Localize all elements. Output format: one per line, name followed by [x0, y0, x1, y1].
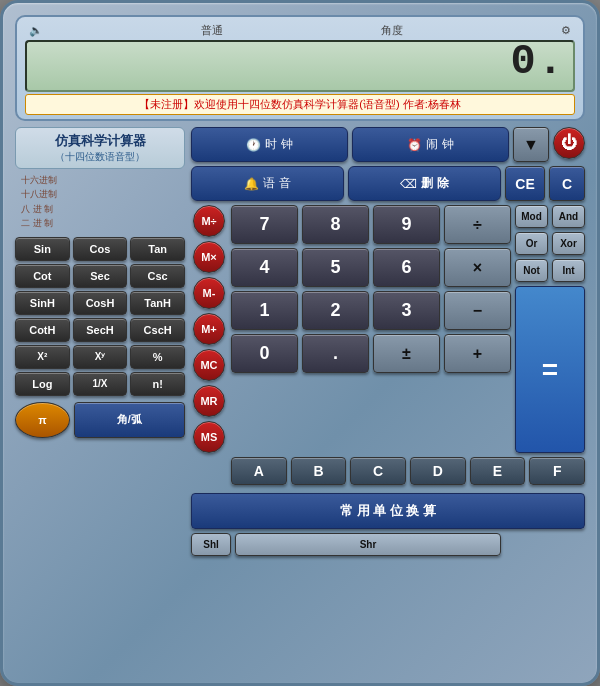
mode-oct: 八 进 制 [21, 202, 185, 216]
plusminus-button[interactable]: ± [373, 334, 440, 373]
calc-title-main: 仿真科学计算器 [22, 132, 178, 150]
div-button[interactable]: ÷ [444, 205, 511, 244]
voice-label: 语 音 [263, 175, 290, 192]
ms-button[interactable]: MS [193, 421, 225, 453]
mode-indicator: 十六进制 十八进制 八 进 制 二 进 制 [15, 173, 185, 231]
m-div-button[interactable]: M÷ [193, 205, 225, 237]
n0-button[interactable]: 0 [231, 334, 298, 373]
hex-c-button[interactable]: C [350, 457, 406, 485]
clock-button[interactable]: 🕐 时 钟 [191, 127, 348, 162]
mode-hex: 十六进制 [21, 173, 185, 187]
minus-button[interactable]: − [444, 291, 511, 330]
not-button[interactable]: Not [515, 259, 548, 282]
hex-e-button[interactable]: E [470, 457, 526, 485]
ce-button[interactable]: CE [505, 166, 545, 201]
display-panel: 🔈 普通 角度 ⚙ 0. 【未注册】欢迎使用十四位数仿真科学计算器(语音型) 作… [15, 15, 585, 121]
percent-button[interactable]: % [130, 345, 185, 369]
backspace-icon: ⌫ [400, 177, 417, 191]
bell-icon: 🔔 [244, 177, 259, 191]
mode-bin: 二 进 制 [21, 216, 185, 230]
n6-button[interactable]: 6 [373, 248, 440, 287]
n5-button[interactable]: 5 [302, 248, 369, 287]
mc-button[interactable]: MC [193, 349, 225, 381]
mode-label: 普通 [201, 23, 223, 38]
alarm-label: 闹 钟 [426, 136, 453, 153]
display-top-bar: 🔈 普通 角度 ⚙ [25, 23, 575, 38]
sci-buttons: Sin Cos Tan Cot Sec Csc SinH CosH TanH C… [15, 237, 185, 396]
x2-button[interactable]: X² [15, 345, 70, 369]
display-screen: 0. [25, 40, 575, 92]
angle-label: 角度 [381, 23, 403, 38]
display-value: 0. [511, 38, 565, 86]
int-button[interactable]: Int [552, 259, 585, 282]
tan-button[interactable]: Tan [130, 237, 185, 261]
pi-button[interactable]: π [15, 402, 70, 438]
hex-d-button[interactable]: D [410, 457, 466, 485]
alarm-icon: ⏰ [407, 138, 422, 152]
welcome-bar: 【未注册】欢迎使用十四位数仿真科学计算器(语音型) 作者:杨春林 [25, 94, 575, 115]
shl-button[interactable]: Shl [191, 533, 231, 556]
power-button[interactable]: ⏻ [553, 127, 585, 159]
n7-button[interactable]: 7 [231, 205, 298, 244]
csch-button[interactable]: CscH [130, 318, 185, 342]
n2-button[interactable]: 2 [302, 291, 369, 330]
n8-button[interactable]: 8 [302, 205, 369, 244]
memory-column: M÷ M× M- M+ MC MR MS [191, 205, 227, 453]
sec-button[interactable]: Sec [73, 264, 128, 288]
xy-button[interactable]: Xʸ [73, 345, 128, 369]
inv-button[interactable]: 1/X [73, 372, 128, 396]
alarm-button[interactable]: ⏰ 闹 钟 [352, 127, 509, 162]
coth-button[interactable]: CotH [15, 318, 70, 342]
number-grid: 7 8 9 ÷ 4 5 6 × 1 2 [231, 205, 511, 453]
calc-title-sub: （十四位数语音型） [22, 150, 178, 164]
fact-button[interactable]: n! [130, 372, 185, 396]
hex-a-button[interactable]: A [231, 457, 287, 485]
settings-icon: ⚙ [561, 24, 571, 37]
n3-button[interactable]: 3 [373, 291, 440, 330]
main-body: 仿真科学计算器 （十四位数语音型） 十六进制 十八进制 八 进 制 二 进 制 … [15, 127, 585, 671]
cos-button[interactable]: Cos [73, 237, 128, 261]
hex-f-button[interactable]: F [529, 457, 585, 485]
unit-conv-button[interactable]: 常 用 单 位 换 算 [191, 493, 585, 529]
right-panel: 🕐 时 钟 ⏰ 闹 钟 ▼ ⏻ 🔔 语 音 ⌫ 删 除 [191, 127, 585, 671]
sinh-button[interactable]: SinH [15, 291, 70, 315]
arrow-down-button[interactable]: ▼ [513, 127, 549, 162]
voice-button[interactable]: 🔔 语 音 [191, 166, 344, 201]
cosh-button[interactable]: CosH [73, 291, 128, 315]
mul-button[interactable]: × [444, 248, 511, 287]
xor-button[interactable]: Xor [552, 232, 585, 255]
clock-label: 时 钟 [265, 136, 292, 153]
m-mul-button[interactable]: M× [193, 241, 225, 273]
calc-title: 仿真科学计算器 （十四位数语音型） [15, 127, 185, 169]
mod-button[interactable]: Mod [515, 205, 548, 228]
tanh-button[interactable]: TanH [130, 291, 185, 315]
extra-column: Mod And Or Xor Not Int = [515, 205, 585, 453]
plus-button[interactable]: + [444, 334, 511, 373]
or-button[interactable]: Or [515, 232, 548, 255]
left-panel: 仿真科学计算器 （十四位数语音型） 十六进制 十八进制 八 进 制 二 进 制 … [15, 127, 185, 671]
m-sub-button[interactable]: M- [193, 277, 225, 309]
csc-button[interactable]: Csc [130, 264, 185, 288]
sin-button[interactable]: Sin [15, 237, 70, 261]
log-button[interactable]: Log [15, 372, 70, 396]
delete-button[interactable]: ⌫ 删 除 [348, 166, 501, 201]
and-button[interactable]: And [552, 205, 585, 228]
sech-button[interactable]: SecH [73, 318, 128, 342]
mr-button[interactable]: MR [193, 385, 225, 417]
hex-b-button[interactable]: B [291, 457, 347, 485]
angle-rad-button[interactable]: 角/弧 [74, 402, 185, 438]
cot-button[interactable]: Cot [15, 264, 70, 288]
main-grid: M÷ M× M- M+ MC MR MS 7 8 9 ÷ [191, 205, 585, 453]
clock-icon: 🕐 [246, 138, 261, 152]
mode-18: 十八进制 [21, 187, 185, 201]
n1-button[interactable]: 1 [231, 291, 298, 330]
dot-button[interactable]: . [302, 334, 369, 373]
eq-button[interactable]: = [515, 286, 585, 453]
shr-button[interactable]: Shr [235, 533, 501, 556]
c-button[interactable]: C [549, 166, 585, 201]
m-add-button[interactable]: M+ [193, 313, 225, 345]
speaker-icon: 🔈 [29, 24, 43, 37]
n9-button[interactable]: 9 [373, 205, 440, 244]
n4-button[interactable]: 4 [231, 248, 298, 287]
delete-label: 删 除 [421, 175, 448, 192]
